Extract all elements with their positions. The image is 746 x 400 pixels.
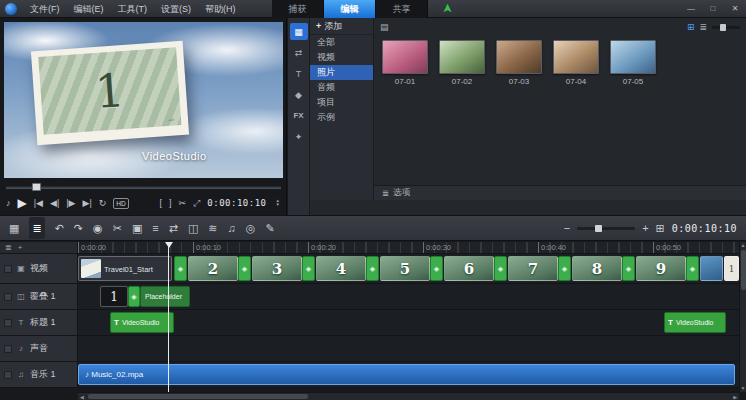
mark-out-button[interactable]: ] xyxy=(169,196,172,210)
record-capture-icon[interactable]: ◉ xyxy=(93,217,103,239)
transition-clip[interactable]: ◈ xyxy=(238,256,251,281)
list-view-icon[interactable]: ≣ xyxy=(699,22,707,32)
sound-mixer-icon[interactable]: ≋ xyxy=(208,217,217,239)
menu-edit[interactable]: 编辑(E) xyxy=(67,0,111,18)
graphics-icon[interactable]: ◆ xyxy=(290,86,308,103)
voice-track-header[interactable]: ♪ 声音 xyxy=(0,336,78,362)
scroll-right-icon[interactable]: ▶ xyxy=(733,393,737,400)
music-track-header[interactable]: ♫ 音乐 1 xyxy=(0,362,78,388)
tab-edit[interactable]: 编辑 xyxy=(324,0,376,18)
overlay-track-body[interactable]: 1 ◈ Placeholder xyxy=(78,284,739,310)
scroll-thumb[interactable] xyxy=(88,394,308,399)
tab-capture[interactable]: 捕获 xyxy=(272,0,324,18)
transition-clip[interactable]: ◈ xyxy=(686,256,699,281)
music-track-body[interactable]: ♪ Music_02.mpa xyxy=(78,362,739,388)
media-thumb[interactable]: 07-04 xyxy=(553,40,599,86)
timeline-view-icon[interactable]: ≣ xyxy=(29,217,44,239)
scroll-up-icon[interactable]: ▲ xyxy=(740,242,746,249)
filters-fx-icon[interactable]: FX xyxy=(290,107,308,124)
menu-tools[interactable]: 工具(T) xyxy=(111,0,155,18)
folder-item-video[interactable]: 视频 xyxy=(310,50,373,65)
video-clip-5[interactable]: 5 xyxy=(380,256,430,281)
video-clip-end-photo[interactable]: 1 xyxy=(724,256,739,281)
scroll-thumb[interactable] xyxy=(741,250,746,290)
fullscreen-icon[interactable]: ⤢ xyxy=(193,196,200,210)
fit-timeline-icon[interactable]: ⊞ xyxy=(656,217,665,239)
thumb-image[interactable] xyxy=(496,40,542,74)
split-scissors-icon[interactable]: ✂ xyxy=(179,196,187,210)
thumbnail-size-slider[interactable] xyxy=(712,26,740,29)
preview-scrubber[interactable] xyxy=(6,182,281,192)
transitions-icon[interactable]: ⇄ xyxy=(290,44,308,61)
playhead[interactable] xyxy=(168,242,169,392)
next-frame-button[interactable]: |▶ xyxy=(66,196,75,210)
video-track-body[interactable]: Travel01_Start ◈ 2 ◈ 3 ◈ 4 ◈ 5 ◈ 6 ◈ 7 ◈… xyxy=(78,254,739,284)
zoom-in-icon[interactable]: + xyxy=(642,217,648,239)
thumb-image[interactable] xyxy=(610,40,656,74)
video-clip-6[interactable]: 6 xyxy=(444,256,494,281)
options-bar[interactable]: ≣ 选项 xyxy=(374,185,746,200)
preview-timecode[interactable]: 0:00:10:10 xyxy=(207,198,266,208)
track-enable-button[interactable] xyxy=(4,293,12,301)
motion-tracking-icon[interactable]: ◎ xyxy=(246,217,256,239)
prev-frame-button[interactable]: ◀| xyxy=(50,196,59,210)
video-clip-2[interactable]: 2 xyxy=(188,256,238,281)
transition-clip[interactable]: ◈ xyxy=(622,256,635,281)
vertical-scrollbar[interactable]: ▲ ▼ xyxy=(739,242,746,392)
title-track-body[interactable]: T VideoStudio T VideoStudio xyxy=(78,310,739,336)
timeline-ruler[interactable]: 0:00:00 0:00:10 0:00:20 0:00:30 0:00:40 … xyxy=(78,242,739,254)
folder-item-samples[interactable]: 示例 xyxy=(310,110,373,125)
transition-clip[interactable]: ◈ xyxy=(366,256,379,281)
track-enable-button[interactable] xyxy=(4,345,12,353)
thumb-image[interactable] xyxy=(439,40,485,74)
track-list-icon[interactable]: ≣ xyxy=(5,243,12,253)
video-clip-7[interactable]: 7 xyxy=(508,256,558,281)
auto-music-icon[interactable]: ♫ xyxy=(228,217,236,239)
folder-item-all[interactable]: 全部 xyxy=(310,35,373,50)
titles-icon[interactable]: T xyxy=(290,65,308,82)
media-thumb[interactable]: 07-05 xyxy=(610,40,656,86)
overlay-options-icon[interactable]: ◫ xyxy=(188,217,198,239)
video-clip-3[interactable]: 3 xyxy=(252,256,302,281)
media-thumb[interactable]: 07-01 xyxy=(382,40,428,86)
folder-item-audio[interactable]: 音频 xyxy=(310,80,373,95)
scroll-down-icon[interactable]: ▼ xyxy=(740,385,746,392)
home-button[interactable]: |◀ xyxy=(34,196,43,210)
title-clip[interactable]: T VideoStudio xyxy=(110,312,174,333)
hd-badge[interactable]: HD xyxy=(113,198,128,209)
end-button[interactable]: ▶| xyxy=(83,196,92,210)
clip-travel01-start[interactable]: Travel01_Start xyxy=(78,256,172,281)
volume-icon[interactable]: ♪ xyxy=(6,196,11,210)
menu-file[interactable]: 文件(F) xyxy=(23,0,67,18)
folder-item-project[interactable]: 项目 xyxy=(310,95,373,110)
overlay-photo-clip[interactable]: 1 xyxy=(100,286,128,307)
overlay-track-header[interactable]: ◫ 覆叠 1 xyxy=(0,284,78,310)
close-button[interactable]: ✕ xyxy=(724,0,746,18)
title-clip[interactable]: T VideoStudio xyxy=(664,312,726,333)
grid-view-icon[interactable]: ⊞ xyxy=(687,22,695,32)
ripple-edit-icon[interactable]: ⇄ xyxy=(169,217,178,239)
timecode-spinner[interactable]: ▲▼ xyxy=(276,199,280,207)
timeline-zoom-slider[interactable] xyxy=(577,227,635,230)
media-thumb[interactable]: 07-03 xyxy=(496,40,542,86)
music-clip[interactable]: ♪ Music_02.mpa xyxy=(78,364,735,385)
add-folder-button[interactable]: + 添加 xyxy=(310,18,373,35)
scrubber-handle[interactable] xyxy=(32,183,41,191)
undo-icon[interactable]: ↶ xyxy=(55,217,64,239)
menu-help[interactable]: 帮助(H) xyxy=(198,0,243,18)
tab-share[interactable]: 共享 xyxy=(376,0,428,18)
video-clip-end-blue[interactable] xyxy=(700,256,723,281)
zoom-out-icon[interactable]: − xyxy=(564,217,570,239)
scroll-left-icon[interactable]: ◀ xyxy=(80,393,84,400)
video-clip-4[interactable]: 4 xyxy=(316,256,366,281)
folder-item-photo[interactable]: 照片 xyxy=(310,65,373,80)
video-clip-9[interactable]: 9 xyxy=(636,256,686,281)
thumb-image[interactable] xyxy=(382,40,428,74)
loop-button[interactable]: ↻ xyxy=(99,196,107,210)
track-enable-button[interactable] xyxy=(4,371,12,379)
menu-settings[interactable]: 设置(S) xyxy=(154,0,198,18)
horizontal-scrollbar[interactable]: ◀ ▶ xyxy=(78,392,739,400)
transition-clip[interactable]: ◈ xyxy=(430,256,443,281)
overlay-placeholder-clip[interactable]: Placeholder xyxy=(140,286,190,307)
voice-track-body[interactable] xyxy=(78,336,739,362)
